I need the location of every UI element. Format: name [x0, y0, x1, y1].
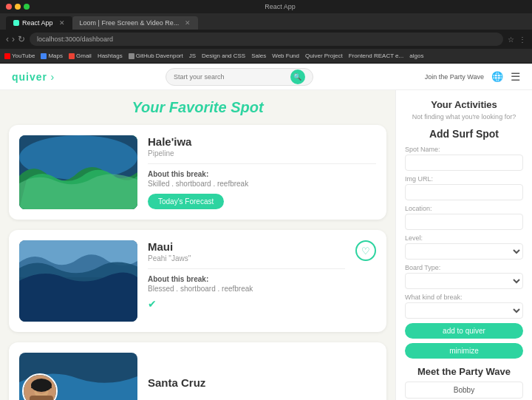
- gmail-icon: [69, 53, 75, 59]
- github-icon: [129, 53, 134, 59]
- img-url-label: Img URL:: [405, 175, 523, 183]
- add-spot-heading: Add Surf Spot: [405, 128, 523, 140]
- bookmarks-bar: YouTube Maps Gmail Hashtags GitHub Daven…: [0, 49, 532, 64]
- search-box[interactable]: 🔍: [166, 68, 313, 86]
- tab-close-btn[interactable]: ✕: [59, 19, 65, 27]
- bookmark-github[interactable]: GitHub Davenport: [129, 52, 183, 59]
- window-title: React App: [34, 3, 526, 10]
- url-bar[interactable]: localhost:3000/dashboard: [30, 33, 503, 46]
- card3-info: Santa Cruz: [148, 376, 376, 389]
- img-url-input[interactable]: [405, 184, 523, 200]
- card2-icon-row: ✔: [148, 297, 345, 311]
- bookmark-algos[interactable]: algos: [409, 52, 423, 59]
- star-icon[interactable]: ☆: [508, 35, 514, 44]
- youtube-icon: [4, 53, 10, 59]
- bookmark-hashtags[interactable]: Hashtags: [98, 52, 123, 59]
- check-icon: ✔: [148, 298, 157, 310]
- card-maui: Maui Peahi "Jaws" About this break: Bles…: [9, 230, 386, 332]
- join-label: Join the Party Wave: [425, 73, 484, 81]
- search-container: 🔍: [66, 68, 413, 86]
- url-text: localhost:3000/dashboard: [37, 35, 113, 43]
- tab-close-btn-2[interactable]: ✕: [185, 19, 191, 27]
- app-navbar: quiver › 🔍 Join the Party Wave 🌐 ☰: [0, 64, 532, 90]
- app-logo: quiver ›: [12, 70, 54, 84]
- card1-title: Hale'iwa: [148, 135, 376, 148]
- menu-icon[interactable]: ☰: [511, 70, 520, 84]
- tab-bar: React App ✕ Loom | Free Screen & Video R…: [0, 13, 532, 30]
- card1-image: [19, 135, 137, 209]
- address-bar: ‹ › ↻ localhost:3000/dashboard ☆ ⋮: [0, 30, 532, 49]
- bookmark-react[interactable]: Frontend REACT e...: [349, 52, 404, 59]
- bookmark-maps[interactable]: Maps: [41, 52, 63, 59]
- card2-title: Maui: [148, 240, 345, 253]
- heart-button-maui[interactable]: ♡: [355, 240, 376, 261]
- svg-rect-8: [30, 396, 53, 400]
- location-input[interactable]: [405, 214, 523, 230]
- bookmark-quiver[interactable]: Quiver Project: [305, 52, 343, 59]
- spot-name-input[interactable]: [405, 155, 523, 171]
- break-select[interactable]: Reefbreak Beachbreak Pointbreak: [405, 302, 523, 319]
- level-select[interactable]: Beginner Intermediate Advanced: [405, 243, 523, 260]
- minimize-button[interactable]: minimize: [405, 343, 523, 359]
- card2-about-label: About this break:: [148, 275, 345, 283]
- maps-icon: [41, 53, 47, 59]
- card3-title: Santa Cruz: [148, 376, 376, 389]
- surf-image-1: [19, 135, 137, 209]
- card2-subtitle: Peahi "Jaws": [148, 254, 345, 262]
- maximize-dot[interactable]: [24, 4, 30, 10]
- spot-name-label: Spot Name:: [405, 146, 523, 153]
- party-title: Meet the Party Wave: [405, 366, 523, 377]
- break-label: What kind of break:: [405, 294, 523, 301]
- nav-right: Join the Party Wave 🌐 ☰: [425, 70, 520, 84]
- refresh-button[interactable]: ↻: [18, 34, 25, 44]
- tab-favicon: [13, 20, 19, 26]
- extension-icon[interactable]: ⋮: [519, 35, 526, 44]
- forecast-button[interactable]: Today's Forecast: [148, 194, 224, 209]
- logo-text: quiver: [12, 71, 47, 83]
- card1-subtitle: Pipeline: [148, 149, 376, 157]
- bookmark-design[interactable]: Design and CSS: [202, 52, 245, 59]
- card1-info: Hale'iwa Pipeline About this break: Skil…: [148, 135, 376, 209]
- logo-arrow: ›: [50, 71, 54, 83]
- sidebar-title: Your Activities: [405, 99, 523, 110]
- card2-info: Maui Peahi "Jaws" About this break: Bles…: [148, 240, 345, 322]
- search-input[interactable]: [174, 73, 286, 81]
- card-haleiwa: Hale'iwa Pipeline About this break: Skil…: [9, 125, 386, 220]
- right-sidebar: Your Activities Not finding what you're …: [395, 90, 532, 400]
- card3-image: ■ ✕ ⏸ ✓ 0:27: [19, 353, 137, 400]
- bookmark-sales[interactable]: Sales: [251, 52, 266, 59]
- party-member-bobby: Bobby: [405, 382, 523, 399]
- card2-image: [19, 240, 137, 322]
- bookmark-js[interactable]: JS: [189, 52, 196, 59]
- location-label: Location:: [405, 205, 523, 212]
- tab-label-1: React App: [22, 19, 53, 27]
- card1-description: Skilled . shortboard . reefbreak: [148, 180, 376, 188]
- left-content: Your Favorite Spot Hale'i: [0, 90, 395, 400]
- sidebar-subtitle: Not finding what you're looking for?: [405, 113, 523, 121]
- bookmark-gmail[interactable]: Gmail: [69, 52, 92, 59]
- globe-icon[interactable]: 🌐: [491, 71, 503, 82]
- title-bar: React App: [0, 0, 532, 13]
- board-type-select[interactable]: Shortboard Longboard Funboard: [405, 273, 523, 289]
- bookmark-webfund[interactable]: Web Fund: [272, 52, 299, 59]
- app-container: quiver › 🔍 Join the Party Wave 🌐 ☰ Your …: [0, 64, 532, 400]
- close-dot[interactable]: [6, 4, 12, 10]
- card1-about-label: About this break:: [148, 170, 376, 178]
- minimize-dot[interactable]: [15, 4, 21, 10]
- forward-button[interactable]: ›: [12, 34, 15, 44]
- search-button[interactable]: 🔍: [290, 70, 305, 84]
- board-type-label: Board Type:: [405, 264, 523, 271]
- add-to-quiver-button[interactable]: add to quiver: [405, 323, 523, 339]
- level-label: Level:: [405, 234, 523, 242]
- card2-description: Blessed . shortboard . reefbreak: [148, 285, 345, 293]
- back-button[interactable]: ‹: [6, 34, 9, 44]
- main-layout: Your Favorite Spot Hale'i: [0, 90, 532, 400]
- tab-loom[interactable]: Loom | Free Screen & Video Re... ✕: [72, 16, 199, 30]
- tab-label-2: Loom | Free Screen & Video Re...: [80, 19, 180, 27]
- card-santa-cruz: ■ ✕ ⏸ ✓ 0:27 Santa Cruz: [9, 342, 386, 400]
- tab-react-app[interactable]: React App ✕: [6, 16, 72, 30]
- hero-title: Your Favorite Spot: [9, 99, 386, 116]
- bookmark-youtube[interactable]: YouTube: [4, 52, 35, 59]
